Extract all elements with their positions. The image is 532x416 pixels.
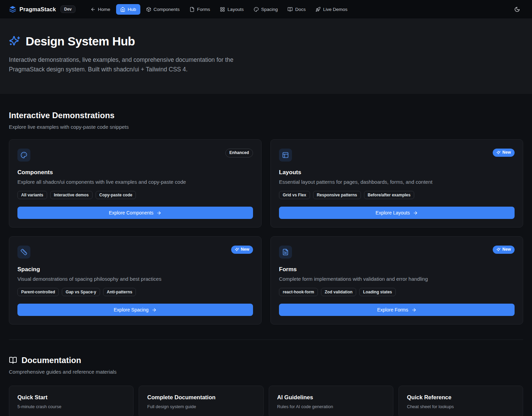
doc-card-description: 5-minute crash course: [17, 404, 125, 409]
explore-forms-button[interactable]: Explore Forms: [279, 304, 515, 316]
env-badge: Dev: [60, 5, 75, 13]
package-icon: [146, 7, 151, 12]
status-badge: New: [231, 246, 253, 254]
nav-item-home[interactable]: Home: [86, 4, 114, 15]
tag-row: Parent-controlled Gap vs Space-y Anti-pa…: [17, 288, 253, 296]
nav-item-label: Forms: [197, 7, 210, 12]
tag-row: All variants Interactive demos Copy-past…: [17, 191, 253, 199]
doc-card-title: Complete Documentation: [147, 394, 255, 401]
card-description: Essential layout patterns for pages, das…: [279, 179, 515, 185]
nav-item-label: Hub: [128, 7, 136, 12]
badge-label: New: [502, 247, 511, 252]
tag: All variants: [17, 191, 47, 199]
page-title: Design System Hub: [26, 34, 135, 48]
tag: Gap vs Space-y: [62, 288, 100, 296]
tag: Loading states: [359, 288, 396, 296]
tag: Parent-controlled: [17, 288, 59, 296]
card-title: Forms: [279, 266, 515, 273]
nav-item-label: Docs: [295, 7, 306, 12]
book-open-icon: [9, 356, 17, 364]
doc-card-title: Quick Start: [17, 394, 125, 401]
hero-section: Design System Hub Interactive demonstrat…: [0, 19, 532, 94]
demo-card-grid: Enhanced Components Explore all shadcn/u…: [9, 139, 523, 324]
tag: Copy-paste code: [96, 191, 136, 199]
doc-card-complete-documentation[interactable]: Complete Documentation Full design syste…: [139, 386, 263, 416]
tag-row: Grid vs Flex Responsive patterns Before/…: [279, 191, 515, 199]
doc-card-quick-reference[interactable]: Quick Reference Cheat sheet for lookups: [398, 386, 523, 416]
nav-item-components[interactable]: Components: [142, 4, 184, 15]
card-title: Spacing: [17, 266, 253, 273]
card-title: Components: [17, 169, 253, 176]
doc-card-description: Full design system guide: [147, 404, 255, 409]
arrow-right-icon: [411, 307, 417, 313]
tag: Zod validation: [321, 288, 356, 296]
tag: Interactive demos: [50, 191, 93, 199]
home-icon: [120, 7, 125, 12]
cta-label: Explore Forms: [377, 307, 408, 313]
badge-label: New: [502, 150, 511, 155]
card-description: Explore all shadcn/ui components with li…: [17, 179, 253, 185]
main-content: Interactive Demonstrations Explore live …: [0, 111, 532, 416]
demo-card-components: Enhanced Components Explore all shadcn/u…: [9, 139, 262, 227]
nav-item-hub[interactable]: Hub: [116, 4, 140, 15]
section-divider: [9, 339, 523, 340]
status-badge: New: [493, 246, 515, 254]
tag: Responsive patterns: [313, 191, 361, 199]
tag: Anti-patterns: [103, 288, 136, 296]
demo-card-layouts: New Layouts Essential layout patterns fo…: [270, 139, 523, 227]
cta-label: Explore Layouts: [376, 210, 410, 216]
palette-icon: [254, 7, 259, 12]
nav-item-label: Components: [154, 7, 180, 12]
explore-spacing-button[interactable]: Explore Spacing: [17, 304, 253, 316]
navbar: PragmaStack Dev Home Hub Components Fo: [0, 0, 532, 19]
arrow-left-icon: [90, 7, 96, 12]
sparkles-icon: [496, 248, 501, 252]
nav-item-spacing[interactable]: Spacing: [250, 4, 282, 15]
explore-layouts-button[interactable]: Explore Layouts: [279, 207, 515, 219]
status-badge: Enhanced: [225, 149, 253, 157]
arrow-right-icon: [413, 210, 418, 216]
nav-item-label: Home: [98, 7, 110, 12]
card-title: Layouts: [279, 169, 515, 176]
demos-heading: Interactive Demonstrations: [9, 111, 523, 120]
nav-item-forms[interactable]: Forms: [185, 4, 214, 15]
doc-card-ai-guidelines[interactable]: AI Guidelines Rules for AI code generati…: [269, 386, 393, 416]
book-open-icon: [288, 7, 293, 12]
cta-label: Explore Components: [109, 210, 154, 216]
nav-item-layouts[interactable]: Layouts: [216, 4, 248, 15]
brand-group: PragmaStack Dev: [9, 5, 75, 13]
moon-icon: [514, 6, 520, 12]
sparkles-icon: [235, 248, 239, 252]
theme-toggle-button[interactable]: [511, 3, 523, 15]
file-text-icon: [190, 7, 195, 12]
cta-label: Explore Spacing: [114, 307, 149, 313]
demos-subheading: Explore live examples with copy-paste co…: [9, 124, 523, 130]
status-badge: New: [493, 149, 515, 157]
demo-card-spacing: New Spacing Visual demonstrations of spa…: [9, 236, 262, 324]
layout-grid-icon: [220, 7, 225, 12]
brand-name: PragmaStack: [19, 6, 56, 13]
doc-card-description: Rules for AI code generation: [277, 404, 385, 409]
explore-components-button[interactable]: Explore Components: [17, 207, 253, 219]
documentation-heading: Documentation: [22, 356, 81, 365]
nav-item-live-demos[interactable]: Live Demos: [311, 4, 351, 15]
doc-card-quick-start[interactable]: Quick Start 5-minute crash course: [9, 386, 134, 416]
demo-card-forms: New Forms Complete form implementations …: [270, 236, 523, 324]
ruler-icon: [17, 246, 30, 259]
doc-card-grid: Quick Start 5-minute crash course Comple…: [9, 386, 523, 416]
sparkles-icon: [496, 151, 501, 155]
sparkles-icon: [9, 36, 20, 47]
documentation-subheading: Comprehensive guides and reference mater…: [9, 369, 523, 375]
tag-row: react-hook-form Zod validation Loading s…: [279, 288, 515, 296]
tag: Before/after examples: [364, 191, 414, 199]
nav-item-label: Live Demos: [323, 7, 347, 12]
tag: react-hook-form: [279, 288, 318, 296]
panels-top-left-icon: [279, 149, 292, 162]
file-text-icon: [279, 246, 292, 259]
hero-subtitle: Interactive demonstrations, live example…: [9, 55, 262, 74]
tag: Grid vs Flex: [279, 191, 310, 199]
nav-item-docs[interactable]: Docs: [283, 4, 310, 15]
arrow-right-icon: [156, 210, 162, 216]
doc-card-description: Cheat sheet for lookups: [407, 404, 515, 409]
rocket-icon: [316, 7, 321, 12]
